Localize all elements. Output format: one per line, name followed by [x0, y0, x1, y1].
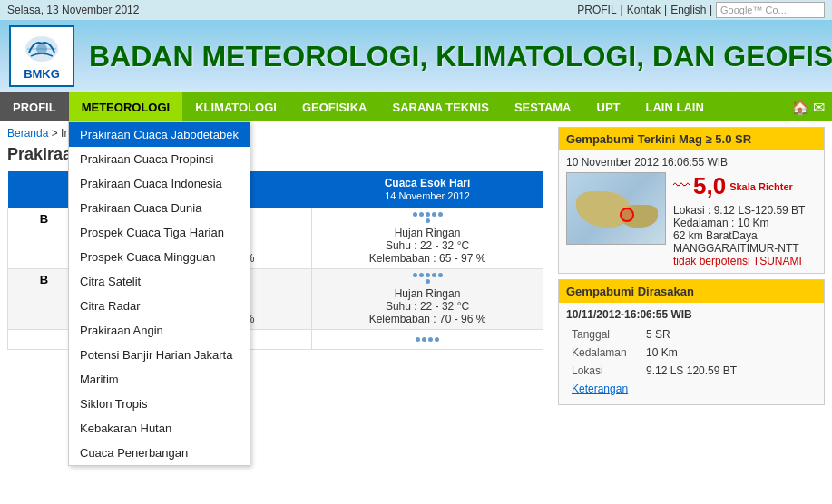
rain-icon-tomorrow-0 — [411, 212, 444, 223]
google-search[interactable]: Google™ Co... — [716, 2, 825, 18]
felt-kedalaman-val: 10 Km — [642, 344, 815, 361]
google-placeholder: Google™ Co... — [720, 5, 787, 15]
breadcrumb-home[interactable]: Beranda — [7, 127, 48, 140]
quake-daerah: MANGGARAITIMUR-NTT — [673, 242, 817, 255]
felt-lokasi-val: 9.12 LS 120.59 BT — [642, 363, 815, 379]
richter-badge: 〰 5,0 Skala Richter — [673, 172, 817, 200]
dropdown-item-10[interactable]: Maritim — [69, 367, 250, 392]
nav-sestama[interactable]: SESTAMA — [502, 92, 584, 121]
felt-kedalaman-label: Kedalaman — [568, 344, 641, 361]
nav-profil[interactable]: PROFIL — [0, 92, 69, 121]
nav-geofisika[interactable]: GEOFISIKA — [289, 92, 380, 121]
navbar: PROFIL METEOROLOGI KLIMATOLOGI GEOFISIKA… — [0, 92, 832, 121]
quake-felt-body: 10/11/2012-16:06:55 WIB Tanggal 5 SR Ked… — [559, 303, 824, 404]
nav-klimatologi[interactable]: KLIMATOLOGI — [182, 92, 289, 121]
dropdown-item-4[interactable]: Prospek Cuaca Tiga Harian — [69, 220, 250, 245]
quake-recent-date: 10 November 2012 16:06:55 WIB — [566, 156, 817, 169]
felt-row-tanggal: Tanggal 5 SR — [568, 326, 815, 343]
dropdown-item-12[interactable]: Kebakaran Hutan — [69, 416, 250, 441]
beranda-link[interactable]: PROFIL — [577, 4, 616, 16]
quake-tsunami: tidak berpotensi TSUNAMI — [673, 255, 817, 267]
tomorrow-cell-1: Hujan Ringan Suhu : 22 - 32 °C Kelembaba… — [312, 269, 543, 330]
dropdown-item-6[interactable]: Citra Satelit — [69, 269, 250, 294]
nav-icons: 🏠 ✉ — [791, 99, 832, 116]
meteorologi-dropdown: Prakiraan Cuaca Jabodetabek Prakiraan Cu… — [68, 121, 250, 466]
richter-magnitude: 5,0 — [693, 172, 726, 200]
logo-text: BMKG — [24, 67, 60, 81]
dropdown-item-2[interactable]: Prakiraan Cuaca Indonesia — [69, 171, 250, 196]
felt-row-keterangan: Keterangan — [568, 381, 815, 397]
kontak-link[interactable]: Kontak — [627, 4, 661, 16]
tomorrow-desc-0: Hujan Ringan — [395, 227, 461, 239]
right-panel: Gempabumi Terkini Mag ≥ 5.0 SR 10 Novemb… — [551, 121, 832, 504]
tomorrow-hum-1: Kelembaban : 70 - 96 % — [369, 313, 486, 325]
tomorrow-cell-0: Hujan Ringan Suhu : 22 - 32 °C Kelembaba… — [312, 208, 543, 269]
nav-meteorologi[interactable]: METEOROLOGI — [69, 92, 183, 121]
site-title: BADAN METEOROLOGI, KLIMATOLOGI, DAN GEOF… — [89, 40, 832, 73]
felt-table: Tanggal 5 SR Kedalaman 10 Km Lokasi 9.12… — [566, 325, 817, 399]
dropdown-item-13[interactable]: Cuaca Penerbangan — [69, 441, 250, 465]
felt-row-kedalaman: Kedalaman 10 Km — [568, 344, 815, 361]
nav-sarana[interactable]: SARANA TEKNIS — [379, 92, 501, 121]
col-tomorrow-header: Cuaca Esok Hari 14 November 2012 — [312, 171, 543, 208]
rain-icon-tomorrow-1 — [411, 273, 444, 284]
home-icon[interactable]: 🏠 — [791, 99, 809, 116]
nav-upt[interactable]: UPT — [584, 92, 633, 121]
quake-felt-card: Gempabumi Dirasakan 10/11/2012-16:06:55 … — [558, 279, 825, 405]
quake-felt-header: Gempabumi Dirasakan — [559, 280, 824, 303]
date-label: Selasa, 13 November 2012 — [7, 4, 139, 16]
top-bar-right: PROFIL | Kontak | English | Google™ Co..… — [577, 2, 825, 18]
quake-info: 〰 5,0 Skala Richter Lokasi : 9.12 LS-120… — [566, 172, 817, 267]
mail-icon[interactable]: ✉ — [813, 99, 825, 116]
quake-lokasi: Lokasi : 9.12 LS-120.59 BT — [673, 204, 817, 217]
tomorrow-temp-1: Suhu : 22 - 32 °C — [386, 300, 469, 313]
quake-recent-card: Gempabumi Terkini Mag ≥ 5.0 SR 10 Novemb… — [558, 127, 825, 274]
dropdown-item-5[interactable]: Prospek Cuaca Mingguan — [69, 245, 250, 269]
nav-lainlain[interactable]: LAIN LAIN — [633, 92, 717, 121]
bmkg-logo-icon — [22, 33, 62, 67]
english-link[interactable]: English | — [670, 4, 712, 16]
felt-row-lokasi: Lokasi 9.12 LS 120.59 BT — [568, 363, 815, 379]
felt-tanggal-val: 5 SR — [642, 326, 815, 343]
rain-icon-tomorrow-2 — [411, 337, 444, 342]
felt-lokasi-label: Lokasi — [568, 363, 641, 379]
felt-tanggal-label: Tanggal — [568, 326, 641, 343]
quake-recent-body: 10 November 2012 16:06:55 WIB 〰 5,0 Skal… — [559, 150, 824, 273]
quake-recent-header: Gempabumi Terkini Mag ≥ 5.0 SR — [559, 128, 824, 150]
quake-felt-datetime: 10/11/2012-16:06:55 WIB — [566, 308, 817, 321]
dropdown-item-9[interactable]: Potensi Banjir Harian Jakarta — [69, 343, 250, 367]
dropdown-item-0[interactable]: Prakiraan Cuaca Jabodetabek — [69, 122, 250, 147]
tomorrow-temp-0: Suhu : 22 - 32 °C — [386, 239, 469, 252]
dropdown-item-3[interactable]: Prakiraan Cuaca Dunia — [69, 196, 250, 220]
richter-wave-icon: 〰 — [673, 177, 690, 196]
richter-scale-label: Skala Richter — [729, 181, 793, 192]
dropdown-item-1[interactable]: Prakiraan Cuaca Propinsi — [69, 147, 250, 171]
header: BMKG BADAN METEOROLOGI, KLIMATOLOGI, DAN… — [0, 20, 832, 92]
tomorrow-desc-1: Hujan Ringan — [395, 287, 461, 300]
top-bar: Selasa, 13 November 2012 PROFIL | Kontak… — [0, 0, 832, 20]
dropdown-item-11[interactable]: Siklon Tropis — [69, 392, 250, 416]
keterangan-link[interactable]: Keterangan — [572, 383, 628, 395]
quake-epicenter-marker — [620, 208, 634, 222]
quake-arah: 62 km BaratDaya — [673, 229, 817, 242]
quake-details: 〰 5,0 Skala Richter Lokasi : 9.12 LS-120… — [673, 172, 817, 267]
logo: BMKG — [9, 25, 74, 87]
tomorrow-hum-0: Kelembaban : 65 - 97 % — [369, 252, 486, 265]
top-nav-links: PROFIL | Kontak | English | — [577, 4, 712, 16]
quake-kedalaman: Kedalaman : 10 Km — [673, 217, 817, 229]
dropdown-item-7[interactable]: Citra Radar — [69, 294, 250, 318]
quake-map — [566, 172, 666, 245]
dropdown-item-8[interactable]: Prakiraan Angin — [69, 318, 250, 343]
tomorrow-cell-2 — [312, 330, 543, 350]
